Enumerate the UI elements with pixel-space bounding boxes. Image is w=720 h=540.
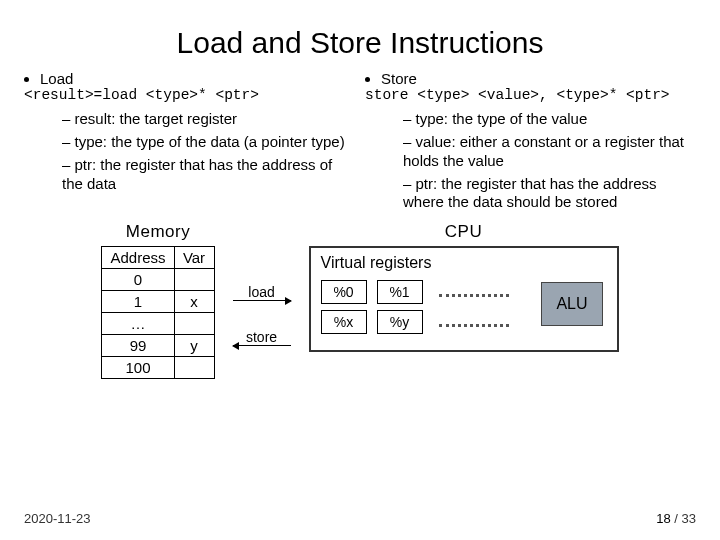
mem-col-address: Address [102, 247, 174, 269]
load-heading: Load [40, 70, 73, 87]
right-column: Store store <type> <value>, <type>* <ptr… [365, 70, 696, 216]
cpu-block: CPU Virtual registers %0 %1 %x %y ALU [309, 222, 619, 352]
page-current: 18 [656, 511, 670, 526]
load-def-ptr: ptr: the register that has the address o… [62, 156, 355, 194]
footer-date: 2020-11-23 [24, 511, 91, 526]
mem-addr: 100 [102, 357, 174, 379]
memory-table: Address Var 0 1 x … 99 y [101, 246, 214, 379]
left-column: Load <result>=load <type>* <ptr> result:… [24, 70, 355, 216]
store-def-ptr: ptr: the register that has the address w… [403, 175, 696, 213]
cpu-box: Virtual registers %0 %1 %x %y ALU [309, 246, 619, 352]
mem-var: y [174, 335, 214, 357]
table-row: 0 [102, 269, 214, 291]
mem-var [174, 313, 214, 335]
ellipsis-icon [439, 324, 509, 327]
slide-title: Load and Store Instructions [24, 26, 696, 60]
page-sep: / [674, 511, 681, 526]
memory-label: Memory [126, 222, 190, 242]
table-row: 1 x [102, 291, 214, 313]
footer: 2020-11-23 18 / 33 [24, 511, 696, 526]
memory-block: Memory Address Var 0 1 x … [101, 222, 214, 379]
alu-box: ALU [541, 282, 602, 326]
load-arrow: load [233, 284, 291, 301]
mem-var [174, 269, 214, 291]
ellipsis-icon [439, 294, 509, 297]
register: %0 [321, 280, 367, 304]
page-number: 18 / 33 [656, 511, 696, 526]
mem-var: x [174, 291, 214, 313]
store-syntax: store <type> <value>, <type>* <ptr> [365, 87, 696, 104]
table-row: 99 y [102, 335, 214, 357]
arrow-right-icon [233, 300, 291, 301]
mem-addr: 1 [102, 291, 174, 313]
table-row: 100 [102, 357, 214, 379]
mem-var [174, 357, 214, 379]
register: %1 [377, 280, 423, 304]
cpu-label: CPU [445, 222, 482, 242]
page-total: 33 [682, 511, 696, 526]
load-def-result: result: the target register [62, 110, 355, 129]
store-arrow-label: store [246, 329, 277, 345]
load-syntax: <result>=load <type>* <ptr> [24, 87, 355, 104]
virtual-registers-label: Virtual registers [321, 254, 607, 272]
store-def-type: type: the type of the value [403, 110, 696, 129]
register: %x [321, 310, 367, 334]
table-row: … [102, 313, 214, 335]
store-def-value: value: either a constant or a register t… [403, 133, 696, 171]
load-arrow-label: load [248, 284, 274, 300]
mem-addr: 99 [102, 335, 174, 357]
arrow-left-icon [233, 345, 291, 346]
store-arrow: store [233, 329, 291, 346]
mem-addr: 0 [102, 269, 174, 291]
diagram: Memory Address Var 0 1 x … [24, 222, 696, 379]
mem-addr: … [102, 313, 174, 335]
load-def-type: type: the type of the data (a pointer ty… [62, 133, 355, 152]
store-heading: Store [381, 70, 417, 87]
mem-col-var: Var [174, 247, 214, 269]
arrows: load store [233, 284, 291, 346]
register: %y [377, 310, 423, 334]
